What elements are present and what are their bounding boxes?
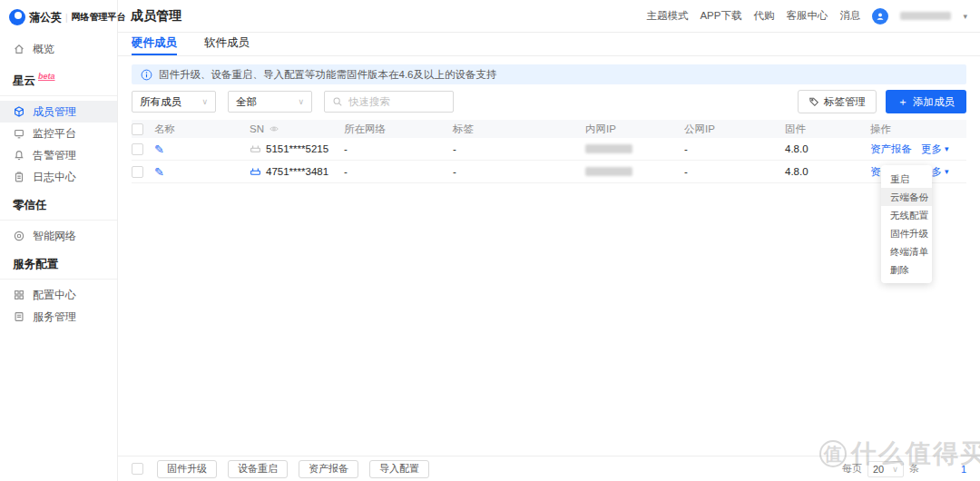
member-filter-select[interactable]: 所有成员 ∨: [132, 91, 216, 113]
row-checkbox[interactable]: [132, 166, 143, 178]
caret-down-icon: ▾: [945, 144, 949, 153]
bulk-firmware-upgrade-button[interactable]: 固件升级: [157, 460, 217, 478]
menu-item-cloud-backup[interactable]: 云端备份: [881, 188, 932, 206]
chevron-down-icon[interactable]: ▾: [963, 12, 967, 21]
table-row: ✎ 5151****5215 - - - 4.8.0 资产报备 更多 ▾: [132, 138, 966, 161]
tag-manage-button[interactable]: 标签管理: [798, 90, 877, 113]
sidebar-item-overview[interactable]: 概览: [0, 38, 117, 60]
router-icon: [250, 166, 261, 178]
globe-icon: [13, 230, 25, 242]
asset-report-link[interactable]: 资产报备: [870, 142, 912, 156]
table-row: ✎ 4751****3481 - - - 4.8.0 资产报备 更多 ▾: [132, 161, 966, 183]
header-link-theme[interactable]: 主题模式: [646, 9, 688, 23]
search-box[interactable]: [324, 91, 454, 113]
header-link-app-download[interactable]: APP下载: [700, 9, 741, 23]
per-page-value: 20: [873, 464, 884, 475]
public-ip-value: -: [684, 143, 785, 154]
bulk-device-restart-button[interactable]: 设备重启: [228, 460, 288, 478]
info-icon: [141, 69, 152, 81]
bulk-asset-report-button[interactable]: 资产报备: [299, 460, 358, 478]
current-page-number[interactable]: 1: [961, 464, 966, 475]
header-link-purchase[interactable]: 代购: [753, 9, 774, 23]
sidebar-item-label: 日志中心: [33, 170, 76, 185]
chevron-down-icon: ∨: [892, 465, 898, 474]
home-icon: [13, 43, 25, 55]
tag-value: -: [453, 143, 585, 154]
info-banner: 固件升级、设备重启、导入配置等功能需固件版本在4.6及以上的设备支持: [132, 64, 966, 84]
header-link-messages[interactable]: 消息: [839, 9, 860, 23]
column-network: 所在网络: [344, 123, 453, 136]
sidebar-item-label: 服务管理: [33, 309, 76, 325]
column-tag: 标签: [453, 123, 585, 136]
firmware-value: 4.8.0: [785, 166, 870, 177]
sidebar-item-alerts[interactable]: 告警管理: [0, 144, 117, 166]
sidebar-item-config-center[interactable]: 配置中心: [0, 284, 117, 306]
pagination: 每页 20 ∨ 条 1: [842, 461, 966, 477]
tab-hardware-members[interactable]: 硬件成员: [132, 33, 177, 55]
menu-item-firmware-upgrade[interactable]: 固件升级: [881, 224, 932, 242]
eye-icon[interactable]: [269, 123, 279, 134]
column-name: 名称: [154, 123, 250, 136]
redacted-internal-ip: [585, 167, 632, 176]
bulk-import-config-button[interactable]: 导入配置: [369, 460, 429, 478]
column-internal-ip: 内网IP: [585, 123, 684, 136]
brand-logo-icon: [9, 9, 25, 25]
search-input[interactable]: [348, 96, 439, 107]
menu-item-terminal-list[interactable]: 终端清单: [881, 242, 932, 260]
select-all-checkbox[interactable]: [132, 123, 143, 135]
filter-row: 所有成员 ∨ 全部 ∨: [132, 91, 454, 113]
bulk-action-buttons: 固件升级 设备重启 资产报备 导入配置: [157, 460, 429, 478]
monitor-icon: [13, 127, 25, 140]
sidebar-item-label: 智能网络: [33, 229, 76, 244]
sidebar-item-members[interactable]: 成员管理: [0, 101, 117, 123]
menu-item-delete[interactable]: 删除: [881, 260, 932, 279]
more-dropdown-trigger[interactable]: 更多 ▾: [921, 142, 949, 156]
sidebar: 蒲公英 | 网络管理平台 概览 星云 beta 成员管理 监控平台 告警管理 日…: [0, 0, 118, 481]
bulk-select-checkbox[interactable]: [132, 463, 143, 475]
members-table: 名称 SN 所在网络 标签 内网IP 公网IP 固件 操作 ✎ 5151****…: [132, 120, 966, 183]
sidebar-item-service-mgmt[interactable]: 服务管理: [0, 306, 117, 328]
menu-item-restart[interactable]: 重启: [881, 170, 932, 188]
section-label: 零信任: [13, 198, 47, 213]
section-label: 星云: [13, 74, 35, 89]
column-firmware: 固件: [785, 123, 870, 136]
section-label: 服务配置: [13, 257, 58, 272]
add-member-button[interactable]: ＋ 添加成员: [886, 90, 966, 113]
brand-logo: 蒲公英 | 网络管理平台: [0, 0, 117, 25]
search-icon: [332, 96, 343, 107]
sidebar-item-logs[interactable]: 日志中心: [0, 166, 117, 188]
header-link-support[interactable]: 客服中心: [786, 9, 828, 23]
sidebar-item-label: 成员管理: [33, 104, 76, 120]
beta-badge: beta: [38, 72, 55, 81]
caret-down-icon: ▾: [945, 167, 949, 176]
bell-icon: [13, 149, 25, 162]
user-avatar[interactable]: [872, 8, 888, 25]
router-icon: [250, 143, 261, 155]
column-sn: SN: [250, 123, 264, 134]
sidebar-item-monitor[interactable]: 监控平台: [0, 123, 117, 144]
row-checkbox[interactable]: [132, 143, 143, 155]
edit-icon[interactable]: ✎: [154, 165, 164, 179]
header-right: 主题模式 APP下载 代购 客服中心 消息 ▾: [646, 8, 967, 25]
per-page-label: 每页: [842, 462, 862, 476]
plus-icon: ＋: [897, 94, 908, 110]
column-public-ip: 公网IP: [684, 123, 785, 136]
menu-item-wireless-config[interactable]: 无线配置: [881, 206, 932, 224]
column-operation: 操作: [870, 123, 966, 136]
sidebar-item-label: 概览: [33, 42, 54, 57]
per-page-select[interactable]: 20 ∨: [867, 461, 904, 477]
edit-icon[interactable]: ✎: [154, 142, 164, 156]
redacted-username: [900, 12, 951, 20]
tab-software-members[interactable]: 软件成员: [204, 33, 250, 55]
sidebar-item-label: 配置中心: [33, 288, 76, 303]
sidebar-section-nebula: 星云 beta: [0, 64, 117, 96]
type-filter-select[interactable]: 全部 ∨: [228, 91, 312, 113]
brand-name: 蒲公英: [29, 10, 62, 25]
sidebar-item-smartnet[interactable]: 智能网络: [0, 225, 117, 247]
sidebar-item-label: 告警管理: [33, 148, 76, 163]
brand-separator: |: [65, 13, 68, 23]
network-value: -: [344, 143, 453, 154]
clipboard-icon: [13, 171, 25, 183]
per-page-unit: 条: [909, 462, 919, 476]
document-icon: [13, 310, 25, 323]
